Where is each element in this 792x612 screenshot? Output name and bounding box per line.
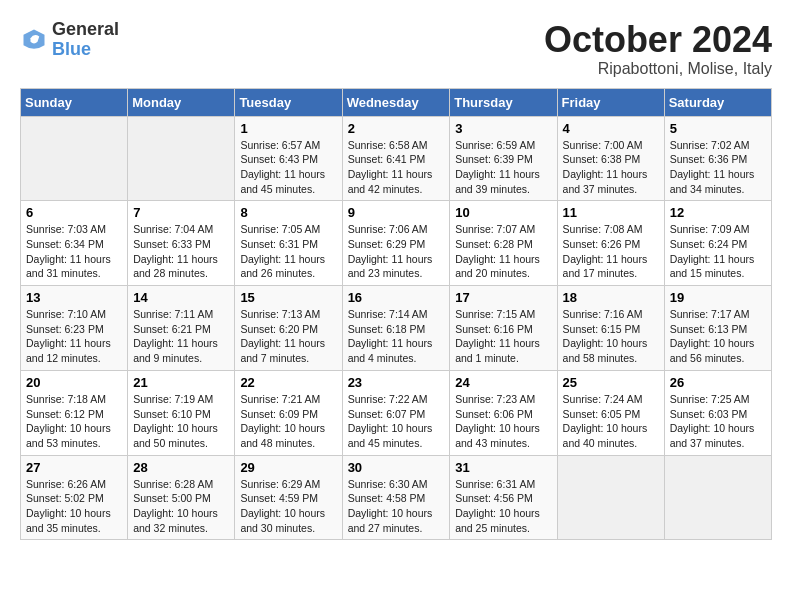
day-detail: Sunrise: 7:03 AMSunset: 6:34 PMDaylight:…	[26, 222, 122, 281]
day-detail: Sunrise: 7:00 AMSunset: 6:38 PMDaylight:…	[563, 138, 659, 197]
calendar-cell: 30Sunrise: 6:30 AMSunset: 4:58 PMDayligh…	[342, 455, 450, 540]
calendar-cell: 24Sunrise: 7:23 AMSunset: 6:06 PMDayligh…	[450, 370, 557, 455]
day-detail: Sunrise: 7:25 AMSunset: 6:03 PMDaylight:…	[670, 392, 766, 451]
day-detail: Sunrise: 7:10 AMSunset: 6:23 PMDaylight:…	[26, 307, 122, 366]
day-number: 8	[240, 205, 336, 220]
day-number: 20	[26, 375, 122, 390]
day-number: 10	[455, 205, 551, 220]
weekday-header-thursday: Thursday	[450, 88, 557, 116]
day-detail: Sunrise: 6:30 AMSunset: 4:58 PMDaylight:…	[348, 477, 445, 536]
calendar-cell: 11Sunrise: 7:08 AMSunset: 6:26 PMDayligh…	[557, 201, 664, 286]
weekday-header-monday: Monday	[128, 88, 235, 116]
logo-blue-text: Blue	[52, 39, 91, 59]
day-number: 6	[26, 205, 122, 220]
day-number: 24	[455, 375, 551, 390]
month-title: October 2024	[544, 20, 772, 60]
calendar-cell: 26Sunrise: 7:25 AMSunset: 6:03 PMDayligh…	[664, 370, 771, 455]
calendar-cell: 15Sunrise: 7:13 AMSunset: 6:20 PMDayligh…	[235, 286, 342, 371]
weekday-header-tuesday: Tuesday	[235, 88, 342, 116]
title-block: October 2024 Ripabottoni, Molise, Italy	[544, 20, 772, 78]
calendar-cell: 5Sunrise: 7:02 AMSunset: 6:36 PMDaylight…	[664, 116, 771, 201]
day-number: 18	[563, 290, 659, 305]
day-detail: Sunrise: 7:21 AMSunset: 6:09 PMDaylight:…	[240, 392, 336, 451]
calendar-cell: 31Sunrise: 6:31 AMSunset: 4:56 PMDayligh…	[450, 455, 557, 540]
day-detail: Sunrise: 7:15 AMSunset: 6:16 PMDaylight:…	[455, 307, 551, 366]
day-detail: Sunrise: 7:18 AMSunset: 6:12 PMDaylight:…	[26, 392, 122, 451]
day-detail: Sunrise: 7:02 AMSunset: 6:36 PMDaylight:…	[670, 138, 766, 197]
day-detail: Sunrise: 7:17 AMSunset: 6:13 PMDaylight:…	[670, 307, 766, 366]
day-number: 5	[670, 121, 766, 136]
calendar-week-row: 20Sunrise: 7:18 AMSunset: 6:12 PMDayligh…	[21, 370, 772, 455]
calendar-cell: 2Sunrise: 6:58 AMSunset: 6:41 PMDaylight…	[342, 116, 450, 201]
weekday-header-friday: Friday	[557, 88, 664, 116]
day-number: 31	[455, 460, 551, 475]
calendar-cell: 29Sunrise: 6:29 AMSunset: 4:59 PMDayligh…	[235, 455, 342, 540]
calendar-table: SundayMondayTuesdayWednesdayThursdayFrid…	[20, 88, 772, 541]
day-number: 23	[348, 375, 445, 390]
day-number: 27	[26, 460, 122, 475]
day-number: 22	[240, 375, 336, 390]
logo-icon	[20, 26, 48, 54]
day-detail: Sunrise: 7:23 AMSunset: 6:06 PMDaylight:…	[455, 392, 551, 451]
calendar-cell: 12Sunrise: 7:09 AMSunset: 6:24 PMDayligh…	[664, 201, 771, 286]
day-detail: Sunrise: 7:24 AMSunset: 6:05 PMDaylight:…	[563, 392, 659, 451]
day-number: 29	[240, 460, 336, 475]
calendar-cell: 28Sunrise: 6:28 AMSunset: 5:00 PMDayligh…	[128, 455, 235, 540]
calendar-cell: 14Sunrise: 7:11 AMSunset: 6:21 PMDayligh…	[128, 286, 235, 371]
calendar-cell: 25Sunrise: 7:24 AMSunset: 6:05 PMDayligh…	[557, 370, 664, 455]
logo-general-text: General	[52, 19, 119, 39]
calendar-cell	[128, 116, 235, 201]
day-detail: Sunrise: 6:26 AMSunset: 5:02 PMDaylight:…	[26, 477, 122, 536]
calendar-cell: 7Sunrise: 7:04 AMSunset: 6:33 PMDaylight…	[128, 201, 235, 286]
day-number: 16	[348, 290, 445, 305]
weekday-header-sunday: Sunday	[21, 88, 128, 116]
day-detail: Sunrise: 7:22 AMSunset: 6:07 PMDaylight:…	[348, 392, 445, 451]
day-number: 19	[670, 290, 766, 305]
day-number: 12	[670, 205, 766, 220]
day-detail: Sunrise: 6:57 AMSunset: 6:43 PMDaylight:…	[240, 138, 336, 197]
day-number: 11	[563, 205, 659, 220]
day-detail: Sunrise: 7:07 AMSunset: 6:28 PMDaylight:…	[455, 222, 551, 281]
day-number: 3	[455, 121, 551, 136]
calendar-header-row: SundayMondayTuesdayWednesdayThursdayFrid…	[21, 88, 772, 116]
day-number: 25	[563, 375, 659, 390]
calendar-cell: 13Sunrise: 7:10 AMSunset: 6:23 PMDayligh…	[21, 286, 128, 371]
calendar-cell	[664, 455, 771, 540]
calendar-week-row: 1Sunrise: 6:57 AMSunset: 6:43 PMDaylight…	[21, 116, 772, 201]
location-subtitle: Ripabottoni, Molise, Italy	[544, 60, 772, 78]
day-detail: Sunrise: 7:09 AMSunset: 6:24 PMDaylight:…	[670, 222, 766, 281]
calendar-cell: 9Sunrise: 7:06 AMSunset: 6:29 PMDaylight…	[342, 201, 450, 286]
day-number: 21	[133, 375, 229, 390]
calendar-cell: 27Sunrise: 6:26 AMSunset: 5:02 PMDayligh…	[21, 455, 128, 540]
day-number: 13	[26, 290, 122, 305]
day-number: 7	[133, 205, 229, 220]
calendar-cell: 23Sunrise: 7:22 AMSunset: 6:07 PMDayligh…	[342, 370, 450, 455]
day-detail: Sunrise: 7:04 AMSunset: 6:33 PMDaylight:…	[133, 222, 229, 281]
day-detail: Sunrise: 7:19 AMSunset: 6:10 PMDaylight:…	[133, 392, 229, 451]
calendar-cell: 20Sunrise: 7:18 AMSunset: 6:12 PMDayligh…	[21, 370, 128, 455]
day-number: 15	[240, 290, 336, 305]
calendar-week-row: 6Sunrise: 7:03 AMSunset: 6:34 PMDaylight…	[21, 201, 772, 286]
calendar-cell: 10Sunrise: 7:07 AMSunset: 6:28 PMDayligh…	[450, 201, 557, 286]
day-detail: Sunrise: 6:58 AMSunset: 6:41 PMDaylight:…	[348, 138, 445, 197]
logo: General Blue	[20, 20, 119, 60]
day-number: 2	[348, 121, 445, 136]
day-detail: Sunrise: 7:11 AMSunset: 6:21 PMDaylight:…	[133, 307, 229, 366]
day-number: 4	[563, 121, 659, 136]
calendar-cell: 16Sunrise: 7:14 AMSunset: 6:18 PMDayligh…	[342, 286, 450, 371]
day-number: 14	[133, 290, 229, 305]
calendar-body: 1Sunrise: 6:57 AMSunset: 6:43 PMDaylight…	[21, 116, 772, 540]
calendar-week-row: 13Sunrise: 7:10 AMSunset: 6:23 PMDayligh…	[21, 286, 772, 371]
day-detail: Sunrise: 7:16 AMSunset: 6:15 PMDaylight:…	[563, 307, 659, 366]
day-number: 26	[670, 375, 766, 390]
day-detail: Sunrise: 7:08 AMSunset: 6:26 PMDaylight:…	[563, 222, 659, 281]
day-detail: Sunrise: 6:59 AMSunset: 6:39 PMDaylight:…	[455, 138, 551, 197]
day-detail: Sunrise: 7:05 AMSunset: 6:31 PMDaylight:…	[240, 222, 336, 281]
calendar-cell: 3Sunrise: 6:59 AMSunset: 6:39 PMDaylight…	[450, 116, 557, 201]
day-number: 1	[240, 121, 336, 136]
calendar-cell	[557, 455, 664, 540]
calendar-week-row: 27Sunrise: 6:26 AMSunset: 5:02 PMDayligh…	[21, 455, 772, 540]
day-number: 9	[348, 205, 445, 220]
calendar-cell: 6Sunrise: 7:03 AMSunset: 6:34 PMDaylight…	[21, 201, 128, 286]
calendar-cell: 18Sunrise: 7:16 AMSunset: 6:15 PMDayligh…	[557, 286, 664, 371]
